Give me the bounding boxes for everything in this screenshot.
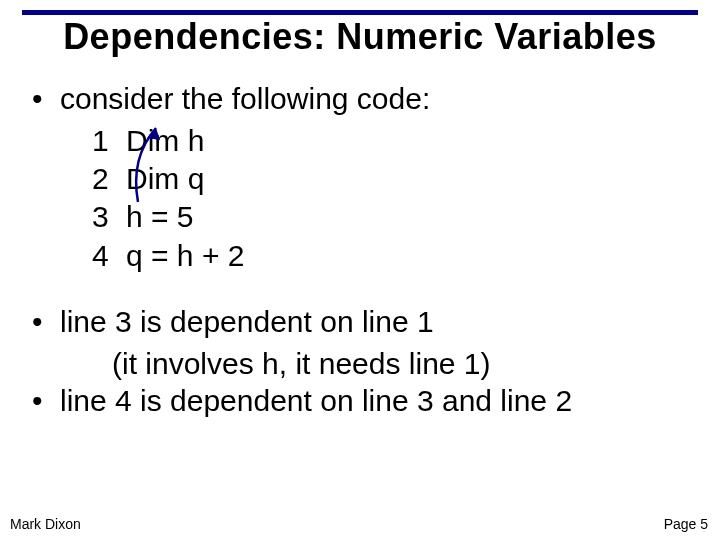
code-text: h = 5	[126, 198, 194, 236]
footer-author: Mark Dixon	[10, 516, 81, 532]
slide: Dependencies: Numeric Variables • consid…	[0, 0, 720, 540]
bullet-dot: •	[32, 303, 60, 341]
line-number: 4	[92, 237, 126, 275]
code-block: 1 Dim h 2 Dim q 3 h = 5 4 q = h + 2	[92, 122, 572, 276]
code-text: Dim q	[126, 160, 204, 198]
bullet-dot: •	[32, 382, 60, 420]
footer-page: Page 5	[664, 516, 708, 532]
bullet-dep1-text: line 3 is dependent on line 1	[60, 303, 434, 341]
line-number: 1	[92, 122, 126, 160]
code-line-2: 2 Dim q	[92, 160, 572, 198]
code-line-4: 4 q = h + 2	[92, 237, 572, 275]
bullet-dep2-text: line 4 is dependent on line 3 and line 2	[60, 382, 572, 420]
slide-title: Dependencies: Numeric Variables	[0, 16, 720, 58]
code-text: q = h + 2	[126, 237, 244, 275]
line-number: 2	[92, 160, 126, 198]
bullet-intro-text: consider the following code:	[60, 80, 430, 118]
slide-body: • consider the following code: 1 Dim h 2…	[32, 80, 572, 424]
code-line-1: 1 Dim h	[92, 122, 572, 160]
bullet-intro: • consider the following code:	[32, 80, 572, 118]
bullet-dep1-sub: (it involves h, it needs line 1)	[112, 345, 572, 383]
bullet-dot: •	[32, 80, 60, 118]
line-number: 3	[92, 198, 126, 236]
code-line-3: 3 h = 5	[92, 198, 572, 236]
title-rule	[22, 10, 698, 15]
bullet-dep2: • line 4 is dependent on line 3 and line…	[32, 382, 572, 420]
bullet-dep1: • line 3 is dependent on line 1	[32, 303, 572, 341]
code-text: Dim h	[126, 122, 204, 160]
